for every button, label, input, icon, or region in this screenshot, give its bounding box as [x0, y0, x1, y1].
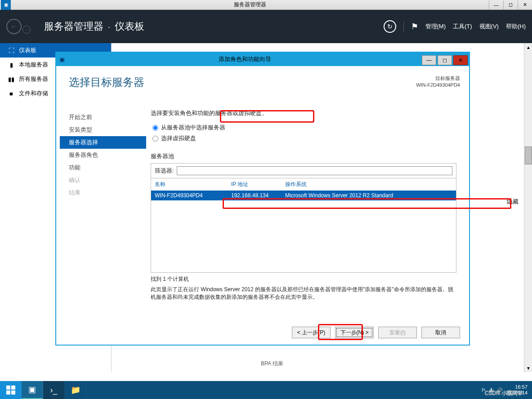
step-before-you-begin[interactable]: 开始之前: [60, 111, 146, 124]
scroll-thumb[interactable]: [525, 146, 532, 164]
wizard-titlebar[interactable]: ▣ 添加角色和功能向导 — ◻ ✕: [56, 53, 469, 66]
taskbar-server-manager[interactable]: ▣: [22, 381, 43, 399]
window-titlebar: ▣ 服务器管理器 — ◻ ✕: [0, 0, 532, 10]
taskbar: ▣ ›_ 📁 🏳 🖧 🔊 16:57 2022/1/14: [0, 381, 532, 399]
scroll-down-icon[interactable]: ▼: [524, 364, 532, 372]
wizard-steps: 开始之前 安装类型 服务器选择 服务器角色 功能 确认 结果: [56, 66, 146, 304]
wizard-maximize-button[interactable]: ◻: [438, 55, 452, 65]
highlight-next: [318, 324, 363, 340]
radio-pool-input[interactable]: [152, 125, 158, 131]
start-button[interactable]: [0, 381, 22, 399]
filter-label: 筛选器:: [155, 167, 174, 175]
back-button[interactable]: ←: [6, 19, 22, 34]
radio-select-from-pool[interactable]: 从服务器池中选择服务器: [152, 124, 456, 132]
taskbar-explorer[interactable]: 📁: [65, 381, 86, 399]
col-ip[interactable]: IP 地址: [231, 181, 285, 188]
filter-input[interactable]: [177, 166, 452, 175]
cell-os: Microsoft Windows Server 2012 R2 Standar…: [285, 192, 452, 199]
cancel-button[interactable]: 取消: [421, 327, 460, 338]
step-results: 结果: [60, 186, 146, 199]
menu-manage[interactable]: 管理(M): [425, 22, 446, 31]
servers-icon: ▮▮: [8, 76, 14, 83]
step-server-roles[interactable]: 服务器角色: [60, 149, 146, 161]
install-button: 安装(I): [378, 327, 417, 338]
found-count: 找到 1 个计算机: [151, 275, 456, 283]
breadcrumb: 服务器管理器·仪表板: [44, 20, 144, 33]
scrollbar[interactable]: ▲ ▼: [524, 43, 532, 372]
cell-ip: 192.168.48.134: [231, 192, 285, 199]
step-features[interactable]: 功能: [60, 161, 146, 174]
table-row[interactable]: WIN-F2D49304PD4 192.168.48.134 Microsoft…: [151, 191, 456, 200]
table-header: 名称 IP 地址 操作系统: [151, 178, 456, 191]
wizard-heading: 选择目标服务器: [69, 75, 144, 89]
page-description: 此页显示了正在运行 Windows Server 2012 的服务器以及那些已经…: [151, 286, 456, 301]
window-title: 服务器管理器: [11, 1, 489, 9]
flag-icon[interactable]: ⚑: [411, 22, 418, 31]
minimize-button[interactable]: —: [489, 0, 503, 9]
radio-select-vhd[interactable]: 选择虚拟硬盘: [152, 134, 456, 142]
divider: [403, 21, 404, 32]
server-table: 名称 IP 地址 操作系统 WIN-F2D49304PD4 192.168.48…: [151, 178, 456, 273]
close-button[interactable]: ✕: [518, 0, 532, 9]
wizard-icon: ▣: [56, 53, 68, 66]
add-roles-wizard: ▣ 添加角色和功能向导 — ◻ ✕ 选择目标服务器 目标服务器 WIN-F2D4…: [56, 52, 469, 345]
col-name[interactable]: 名称: [155, 181, 231, 188]
app-header: ← → 服务器管理器·仪表板 ↻ ⚑ 管理(M) 工具(T) 视图(V) 帮助(…: [0, 10, 532, 43]
radio-vhd-input[interactable]: [152, 136, 158, 142]
server-pool-label: 服务器池: [151, 152, 456, 160]
cell-name: WIN-F2D49304PD4: [155, 192, 231, 199]
step-installation-type[interactable]: 安装类型: [60, 124, 146, 136]
highlight-radio: [220, 110, 314, 123]
watermark: CSDN 小晨同学: [485, 390, 523, 397]
hide-link[interactable]: 隐藏: [507, 198, 519, 206]
wizard-close-button[interactable]: ✕: [453, 55, 468, 65]
bpa-label: BPA 结果: [261, 360, 283, 368]
menu-view[interactable]: 视图(V): [479, 22, 499, 31]
forward-button[interactable]: →: [22, 26, 31, 34]
wizard-minimize-button[interactable]: —: [422, 55, 436, 65]
maximize-button[interactable]: ◻: [503, 0, 518, 9]
wizard-title: 添加角色和功能向导: [68, 55, 422, 63]
taskbar-powershell[interactable]: ›_: [43, 381, 65, 399]
filter-row: 筛选器:: [151, 163, 456, 178]
server-icon: ▮: [8, 62, 14, 68]
refresh-icon[interactable]: ↻: [384, 20, 396, 33]
menu-tools[interactable]: 工具(T): [453, 22, 472, 31]
dashboard-icon: ⛶: [8, 47, 14, 54]
target-server-info: 目标服务器 WIN-F2D49304PD4: [416, 75, 460, 89]
step-server-selection[interactable]: 服务器选择: [60, 136, 146, 149]
app-icon: ▣: [1, 0, 11, 10]
step-confirmation: 确认: [60, 174, 146, 186]
menu-help[interactable]: 帮助(H): [506, 22, 526, 31]
storage-icon: ■: [8, 90, 14, 97]
col-os[interactable]: 操作系统: [285, 181, 307, 188]
